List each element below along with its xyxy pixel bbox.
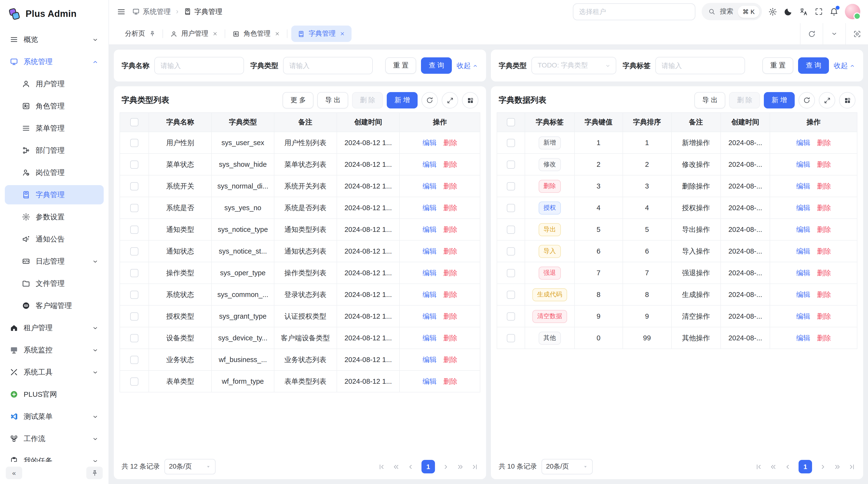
select-all-checkbox[interactable] — [507, 118, 515, 127]
current-page-button[interactable]: 1 — [799, 460, 812, 474]
edit-link[interactable]: 编辑 — [796, 268, 810, 278]
sidebar-item-dictionary[interactable]: 字典管理 — [5, 185, 104, 204]
row-checkbox[interactable] — [507, 204, 515, 212]
edit-link[interactable]: 编辑 — [796, 247, 810, 256]
add-button[interactable]: 新 增 — [764, 92, 795, 108]
row-checkbox[interactable] — [130, 312, 138, 321]
next-group-button[interactable] — [457, 463, 464, 470]
language-button[interactable] — [799, 7, 808, 16]
sidebar-pin-button[interactable] — [86, 466, 103, 479]
delete-link[interactable]: 删除 — [817, 203, 831, 212]
settings-button[interactable] — [768, 7, 777, 16]
delete-link[interactable]: 删除 — [443, 247, 457, 256]
global-search-button[interactable]: 搜索 ⌘ K — [702, 3, 762, 20]
breadcrumb-item-dictionary[interactable]: 字典管理 — [184, 7, 222, 16]
pin-icon[interactable] — [149, 30, 156, 37]
sidebar-item-menus[interactable]: 菜单管理 — [5, 119, 104, 138]
column-settings-button[interactable] — [839, 92, 856, 108]
tenant-select-input[interactable] — [572, 3, 695, 20]
reset-button[interactable]: 重 置 — [385, 57, 416, 74]
edit-link[interactable]: 编辑 — [423, 333, 436, 343]
sidebar-item-files[interactable]: 文件管理 — [5, 274, 104, 293]
refresh-table-button[interactable] — [422, 92, 438, 108]
delete-link[interactable]: 删除 — [817, 182, 831, 191]
row-checkbox[interactable] — [130, 378, 138, 386]
edit-link[interactable]: 编辑 — [796, 225, 810, 234]
first-page-button[interactable] — [378, 463, 385, 470]
tab-menu-button[interactable] — [823, 23, 845, 44]
edit-link[interactable]: 编辑 — [423, 290, 436, 299]
prev-group-button[interactable] — [393, 463, 400, 470]
prev-page-button[interactable] — [407, 463, 414, 470]
delete-link[interactable]: 删除 — [443, 377, 457, 386]
row-checkbox[interactable] — [507, 312, 515, 321]
sidebar-item-tenants[interactable]: 租户管理 — [5, 318, 104, 337]
row-checkbox[interactable] — [130, 161, 138, 169]
delete-link[interactable]: 删除 — [817, 268, 831, 278]
export-button[interactable]: 导 出 — [695, 92, 725, 108]
prev-page-button[interactable] — [784, 463, 791, 470]
delete-link[interactable]: 删除 — [817, 312, 831, 321]
delete-link[interactable]: 删除 — [817, 333, 831, 343]
notifications-button[interactable] — [830, 7, 839, 16]
row-checkbox[interactable] — [130, 247, 138, 256]
refresh-tab-button[interactable] — [800, 23, 823, 44]
edit-link[interactable]: 编辑 — [796, 203, 810, 212]
sidebar-item-plus-site[interactable]: PLUS官网 — [5, 385, 104, 404]
dict-name-input[interactable] — [154, 57, 244, 74]
close-icon[interactable] — [212, 31, 218, 37]
sidebar-item-my-tasks[interactable]: 我的任务 — [5, 451, 104, 462]
row-checkbox[interactable] — [130, 139, 138, 147]
last-page-button[interactable] — [471, 463, 478, 470]
row-checkbox[interactable] — [130, 334, 138, 342]
edit-link[interactable]: 编辑 — [423, 377, 436, 386]
delete-button[interactable]: 删 除 — [729, 92, 760, 108]
menu-toggle-button[interactable] — [117, 7, 126, 16]
row-checkbox[interactable] — [130, 291, 138, 299]
dict-label-input[interactable] — [655, 57, 745, 74]
row-checkbox[interactable] — [507, 291, 515, 299]
edit-link[interactable]: 编辑 — [423, 355, 436, 364]
next-page-button[interactable] — [442, 463, 450, 470]
next-page-button[interactable] — [819, 463, 827, 470]
delete-link[interactable]: 删除 — [443, 268, 457, 278]
row-checkbox[interactable] — [507, 139, 515, 147]
edit-link[interactable]: 编辑 — [796, 160, 810, 169]
edit-link[interactable]: 编辑 — [796, 290, 810, 299]
sidebar-item-test-menu[interactable]: 测试菜单 — [5, 407, 104, 426]
query-button[interactable]: 查 询 — [421, 57, 452, 74]
row-checkbox[interactable] — [507, 182, 515, 190]
delete-link[interactable]: 删除 — [443, 203, 457, 212]
sidebar-item-users[interactable]: 用户管理 — [5, 74, 104, 94]
last-page-button[interactable] — [848, 463, 856, 470]
delete-link[interactable]: 删除 — [817, 290, 831, 299]
sidebar-item-logs[interactable]: 日志管理 — [5, 252, 104, 271]
refresh-table-button[interactable] — [799, 92, 815, 108]
next-group-button[interactable] — [834, 463, 841, 470]
content-fullscreen-button[interactable] — [845, 23, 868, 44]
close-icon[interactable] — [340, 31, 345, 37]
delete-link[interactable]: 删除 — [817, 225, 831, 234]
close-icon[interactable] — [274, 31, 280, 37]
expand-table-button[interactable] — [819, 92, 835, 108]
edit-link[interactable]: 编辑 — [423, 160, 436, 169]
row-checkbox[interactable] — [507, 269, 515, 277]
dark-mode-toggle[interactable] — [784, 7, 793, 16]
row-checkbox[interactable] — [507, 226, 515, 234]
sidebar-item-clients[interactable]: 客户端管理 — [5, 296, 104, 315]
delete-link[interactable]: 删除 — [443, 160, 457, 169]
row-checkbox[interactable] — [130, 356, 138, 364]
delete-link[interactable]: 删除 — [817, 138, 831, 147]
edit-link[interactable]: 编辑 — [423, 203, 436, 212]
breadcrumb-item-system[interactable]: 系统管理 — [132, 7, 171, 16]
user-avatar[interactable] — [845, 4, 860, 19]
edit-link[interactable]: 编辑 — [423, 182, 436, 191]
row-checkbox[interactable] — [130, 204, 138, 212]
sidebar-item-parameters[interactable]: 参数设置 — [5, 207, 104, 227]
row-checkbox[interactable] — [130, 269, 138, 277]
query-button[interactable]: 查 询 — [798, 57, 829, 74]
collapse-search-link[interactable]: 收起 — [834, 61, 856, 70]
tab-analysis[interactable]: 分析页 — [118, 23, 163, 44]
tab-dictionary[interactable]: 字典管理 — [291, 26, 351, 42]
edit-link[interactable]: 编辑 — [796, 182, 810, 191]
